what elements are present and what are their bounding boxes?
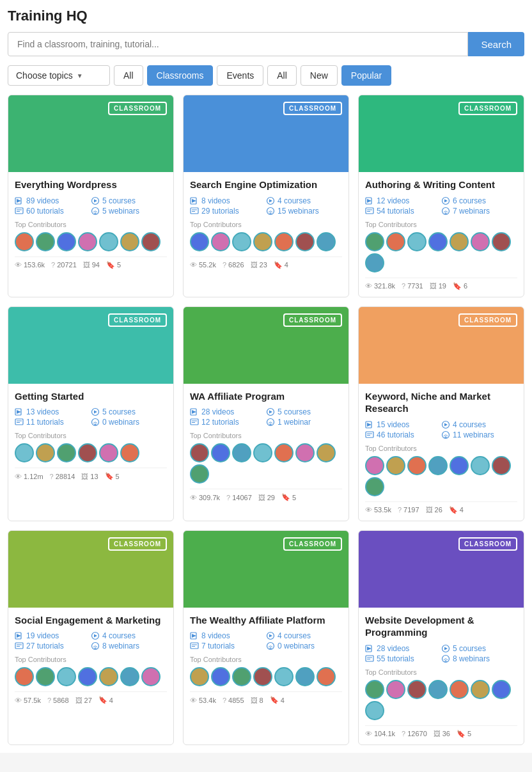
classroom-card-3[interactable]: CLASSROOM Authoring & Writing Content 12… [358, 95, 524, 297]
filter-new-btn[interactable]: New [301, 65, 338, 86]
card-footer: 👁 153.6k ? 20721 🖼 94 🔖 5 [15, 256, 167, 269]
svg-marker-73 [269, 634, 272, 638]
footer-stat-2: 🖼 29 [258, 493, 275, 501]
card-body: Website Development & Programming 28 vid… [359, 608, 524, 744]
avatar [365, 232, 384, 251]
classroom-card-7[interactable]: CLASSROOM Social Engagement & Marketing … [8, 530, 174, 745]
course-icon [266, 631, 275, 640]
card-body: Getting Started 13 videos 5 courses 11 t… [8, 384, 173, 487]
svg-rect-74 [191, 643, 198, 649]
bookmark-icon: 🔖 [453, 282, 462, 290]
avatar [120, 232, 139, 251]
question-icon: ? [47, 697, 51, 704]
avatars-row [190, 443, 342, 484]
image-icon: 🖼 [251, 261, 258, 269]
avatars-row [15, 232, 167, 251]
card-title: Authoring & Writing Content [365, 178, 517, 191]
footer-stat-0: 👁 55.2k [190, 261, 216, 269]
card-title: WA Affiliate Program [190, 390, 342, 403]
avatars-row [190, 232, 342, 251]
classroom-badge: CLASSROOM [458, 313, 517, 327]
avatar [99, 232, 118, 251]
svg-rect-64 [15, 643, 23, 649]
avatar [407, 680, 426, 699]
filter-all-btn[interactable]: All [114, 65, 143, 86]
avatar [492, 456, 511, 475]
filter-events-btn[interactable]: Events [217, 65, 263, 86]
card-title: Social Engagement & Marketing [15, 614, 167, 627]
webinar-icon [266, 418, 275, 427]
classroom-card-2[interactable]: CLASSROOM Search Engine Optimization 8 v… [183, 95, 349, 297]
stat-webinars: 15 webinars [266, 207, 342, 216]
avatars-row [365, 680, 517, 720]
topic-select[interactable]: Choose topics ▼ [8, 65, 110, 86]
video-icon [190, 407, 199, 416]
avatar [253, 667, 272, 686]
search-button[interactable]: Search [468, 32, 524, 56]
svg-marker-63 [94, 634, 97, 638]
card-stats: 89 videos 5 courses 60 tutorials [15, 196, 167, 216]
card-stats: 15 videos 4 courses 46 tutorials [365, 420, 517, 439]
stat-videos: 8 videos [190, 196, 266, 205]
avatar [386, 680, 405, 699]
webinar-icon [441, 207, 450, 216]
avatar [365, 477, 384, 496]
classroom-card-4[interactable]: CLASSROOM Getting Started 13 videos 5 co… [8, 306, 174, 521]
stat-videos: 28 videos [190, 407, 266, 416]
classroom-card-6[interactable]: CLASSROOM Keyword, Niche and Market Rese… [358, 306, 524, 521]
stat-tutorials: 12 tutorials [190, 418, 266, 427]
avatar [295, 667, 315, 686]
video-icon [190, 631, 199, 640]
top-contributors-label: Top Contributors [190, 432, 342, 439]
avatar [428, 680, 448, 699]
card-body: Social Engagement & Marketing 19 videos … [8, 608, 173, 711]
filter-popular-btn[interactable]: Popular [341, 65, 391, 86]
footer-stat-1: ? 14067 [226, 493, 252, 501]
card-footer: 👁 321.8k ? 7731 🖼 19 🔖 6 [365, 278, 517, 290]
card-stats: 8 videos 4 courses 29 tutorials [190, 196, 342, 216]
footer-stat-3: 🔖 4 [98, 696, 113, 704]
filter-all2-btn[interactable]: All [267, 65, 297, 86]
question-icon: ? [402, 282, 405, 290]
classroom-card-1[interactable]: CLASSROOM Everything Wordpress 89 videos… [8, 95, 174, 297]
eye-icon: 👁 [15, 261, 22, 269]
top-contributors-label: Top Contributors [15, 656, 167, 663]
eye-icon: 👁 [365, 506, 372, 514]
svg-marker-33 [94, 411, 97, 414]
footer-stat-3: 🔖 5 [105, 472, 120, 480]
footer-stat-2: 🖼 13 [81, 472, 98, 480]
avatars-row [15, 667, 167, 686]
filter-classrooms-btn[interactable]: Classrooms [147, 65, 214, 86]
footer-stat-2: 🖼 26 [426, 506, 442, 514]
svg-marker-53 [444, 423, 448, 426]
search-input[interactable] [8, 32, 468, 56]
stat-webinars: 8 webinars [91, 642, 167, 650]
avatar [492, 680, 511, 699]
stat-tutorials: 27 tutorials [15, 642, 91, 650]
video-icon [15, 407, 24, 416]
classroom-badge: CLASSROOM [283, 537, 342, 551]
svg-marker-1 [17, 199, 21, 203]
card-thumbnail: CLASSROOM [8, 95, 173, 172]
stat-webinars: 7 webinars [441, 207, 517, 216]
svg-marker-3 [94, 199, 97, 202]
card-thumbnail: CLASSROOM [8, 531, 173, 608]
classroom-card-8[interactable]: CLASSROOM The Wealthy Affiliate Platform… [183, 530, 349, 745]
avatar [99, 443, 118, 462]
stat-courses: 4 courses [441, 420, 517, 429]
card-stats: 8 videos 4 courses 7 tutorials [190, 631, 342, 650]
svg-marker-41 [192, 410, 196, 414]
card-thumbnail: CLASSROOM [184, 95, 348, 172]
question-icon: ? [50, 473, 54, 480]
classroom-card-9[interactable]: CLASSROOM Website Development & Programm… [358, 530, 524, 745]
avatar [211, 443, 230, 462]
avatar [232, 232, 251, 251]
eye-icon: 👁 [190, 494, 197, 501]
classroom-card-5[interactable]: CLASSROOM WA Affiliate Program 28 videos… [183, 306, 349, 521]
stat-videos: 19 videos [15, 631, 91, 640]
card-body: Everything Wordpress 89 videos 5 courses [8, 172, 173, 276]
stat-courses: 5 courses [441, 644, 517, 653]
avatar [317, 443, 336, 462]
tutorial-icon [190, 642, 199, 650]
card-body: Search Engine Optimization 8 videos 4 co… [184, 172, 348, 276]
